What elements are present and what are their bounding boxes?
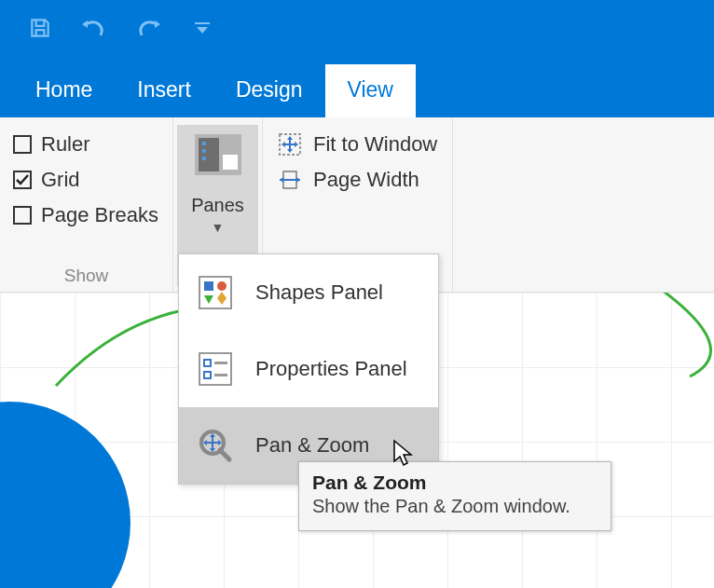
- redo-icon[interactable]: [134, 14, 162, 42]
- panes-icon: [191, 129, 245, 187]
- group-show: Ruler Grid Page Breaks Show: [0, 117, 173, 292]
- checkbox-grid[interactable]: Grid: [9, 162, 163, 198]
- tooltip-body: Show the Pan & Zoom window.: [312, 496, 597, 517]
- svg-rect-14: [214, 362, 227, 364]
- tab-home[interactable]: Home: [13, 64, 115, 117]
- page-width-button[interactable]: Page Width: [276, 162, 439, 198]
- svg-rect-16: [214, 374, 227, 376]
- checkbox-box-icon: [13, 206, 32, 225]
- page-width-icon: [278, 168, 302, 192]
- checkbox-label: Grid: [41, 168, 80, 192]
- chevron-down-icon: ▼: [212, 220, 225, 235]
- svg-rect-0: [195, 22, 210, 24]
- shapes-panel-icon: [196, 273, 235, 312]
- group-title-show: Show: [9, 260, 163, 286]
- undo-icon[interactable]: [80, 14, 108, 42]
- tab-insert[interactable]: Insert: [115, 64, 213, 117]
- tab-design[interactable]: Design: [213, 64, 325, 117]
- panes-menu: Shapes Panel Properties Panel Pan & Zoom: [178, 253, 439, 485]
- svg-rect-4: [202, 149, 206, 153]
- checkbox-box-icon: [13, 171, 32, 189]
- page-width-label: Page Width: [313, 168, 419, 192]
- tooltip-title: Pan & Zoom: [312, 472, 597, 494]
- svg-rect-15: [204, 372, 211, 378]
- properties-panel-icon: [196, 349, 235, 389]
- menu-item-properties-panel[interactable]: Properties Panel: [179, 331, 438, 407]
- tab-view[interactable]: View: [325, 64, 416, 117]
- svg-point-11: [217, 281, 227, 291]
- svg-rect-6: [223, 155, 238, 170]
- svg-rect-2: [199, 138, 219, 171]
- svg-line-18: [220, 450, 229, 459]
- fit-to-window-button[interactable]: Fit to Window: [276, 127, 439, 162]
- fit-window-icon: [278, 132, 302, 157]
- menu-item-label: Pan & Zoom: [255, 433, 369, 458]
- ribbon-tabs: Home Insert Design View: [0, 56, 714, 117]
- checkbox-ruler[interactable]: Ruler: [9, 127, 163, 162]
- svg-rect-5: [202, 157, 206, 160]
- svg-rect-12: [199, 353, 231, 385]
- fit-window-label: Fit to Window: [313, 132, 437, 157]
- checkbox-box-icon: [13, 135, 32, 154]
- panes-label: Panes: [191, 195, 244, 216]
- svg-rect-3: [202, 142, 206, 145]
- menu-item-shapes-panel[interactable]: Shapes Panel: [179, 254, 438, 331]
- checkbox-page-breaks[interactable]: Page Breaks: [9, 198, 163, 233]
- svg-rect-10: [204, 281, 213, 291]
- menu-item-label: Shapes Panel: [255, 280, 383, 305]
- save-icon[interactable]: [26, 14, 54, 42]
- quick-access-toolbar: [0, 0, 714, 56]
- pan-zoom-icon: [196, 426, 235, 465]
- checkbox-label: Page Breaks: [41, 203, 158, 227]
- checkbox-label: Ruler: [41, 132, 90, 157]
- tooltip-pan-zoom: Pan & Zoom Show the Pan & Zoom window.: [298, 461, 611, 531]
- menu-item-label: Properties Panel: [255, 357, 407, 381]
- svg-rect-13: [204, 360, 211, 366]
- customize-qat-icon[interactable]: [188, 14, 216, 42]
